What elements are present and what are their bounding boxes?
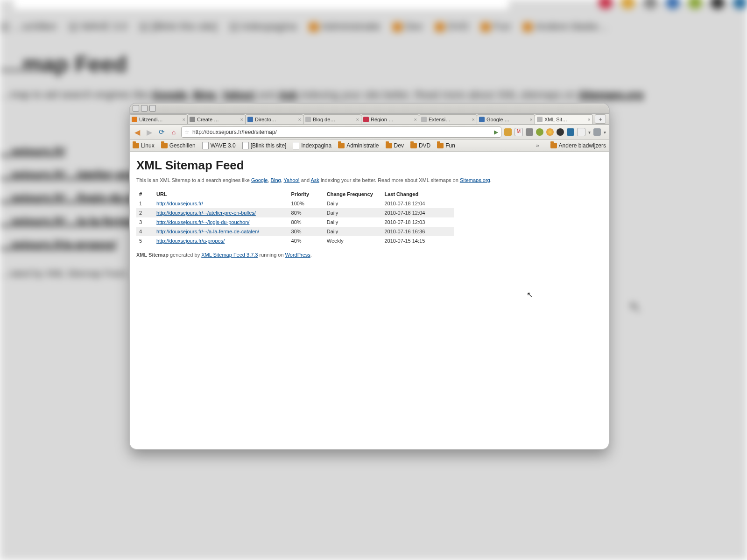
toolbar-icon[interactable]	[593, 128, 601, 136]
intro-link[interactable]: Bing	[271, 177, 281, 183]
toolbar-icon[interactable]	[526, 128, 533, 136]
tab-close-icon[interactable]: ×	[298, 117, 301, 122]
table-row: 4http://douxsejours.fr/···/a-la-ferme-de…	[136, 227, 454, 236]
cell-lastchanged: 2010-07-18 12:04	[381, 208, 454, 217]
tab-close-icon[interactable]: ×	[472, 117, 475, 122]
tab-close-icon[interactable]: ×	[588, 117, 591, 122]
bookmarks-overflow-icon[interactable]: »	[536, 142, 539, 149]
bookmark-star-icon[interactable]: ☆	[184, 129, 190, 135]
toolbar-icon[interactable]	[504, 128, 512, 136]
browser-tab[interactable]: Google …×	[477, 114, 535, 124]
folder-icon	[410, 143, 417, 148]
intro-link[interactable]: Ask	[310, 177, 319, 183]
tab-close-icon[interactable]: ×	[356, 117, 359, 122]
toolbar-dropdown-icon[interactable]: ▾	[588, 130, 591, 135]
browser-tab[interactable]: XML Sit…×	[535, 114, 593, 124]
reload-button[interactable]: ⟳	[157, 127, 166, 137]
bookmark-item[interactable]: Andere bladwijzers	[550, 142, 606, 149]
sitemap-url-link[interactable]: http://douxsejours.fr/a-propos/	[156, 238, 225, 244]
tab-close-icon[interactable]: ×	[240, 117, 243, 122]
new-tab-button[interactable]: +	[595, 114, 606, 124]
column-header: #	[136, 189, 154, 199]
bookmark-item[interactable]: [Blink this site]	[242, 142, 287, 149]
bg-result-link: …sejours.fr/a-propos/	[0, 238, 116, 251]
cell-index: 4	[136, 227, 154, 236]
table-row: 2http://douxsejours.fr/···/atelier-pre-e…	[136, 208, 454, 217]
page-title: XML Sitemap Feed	[136, 158, 602, 173]
sitemap-url-link[interactable]: http://douxsejours.fr/···/a-la-ferme-de-…	[156, 229, 259, 234]
bookmark-label: WAVE 3.0	[211, 142, 236, 149]
cell-lastchanged: 2010-07-18 12:03	[381, 217, 454, 227]
page-icon	[242, 142, 249, 149]
intro-link[interactable]: Sitemaps.org	[460, 177, 490, 183]
toolbar-icon[interactable]	[546, 128, 554, 136]
browser-tab[interactable]: Extensi…×	[419, 114, 477, 124]
bookmark-label: Andere bladwijzers	[559, 142, 606, 149]
folder-icon	[386, 143, 392, 148]
bookmark-item[interactable]: WAVE 3.0	[202, 142, 236, 149]
bookmark-label: Fun	[445, 142, 455, 149]
bookmark-item[interactable]: Linux	[133, 142, 155, 149]
home-button[interactable]: ⌂	[169, 127, 178, 137]
window-titlebar[interactable]	[130, 104, 609, 114]
column-header: Last Changed	[381, 189, 454, 199]
folder-icon	[161, 143, 168, 148]
bookmark-label: Linux	[141, 142, 155, 149]
bookmark-item[interactable]: Geschillen	[161, 142, 196, 149]
bookmark-item[interactable]: Dev	[386, 142, 404, 149]
sitemap-url-link[interactable]: http://douxsejours.fr/	[156, 201, 203, 206]
cell-priority: 40%	[289, 236, 324, 245]
sitemap-url-link[interactable]: http://douxsejours.fr/···/atelier-pre-en…	[156, 210, 256, 216]
go-button-icon[interactable]: ▶	[494, 129, 498, 135]
tab-label: Extensi…	[429, 117, 451, 122]
window-button[interactable]	[133, 105, 139, 112]
sitemap-url-link[interactable]: http://douxsejours.fr/···/logis-du-pouch…	[156, 219, 249, 225]
toolbar-icon[interactable]: M	[514, 128, 523, 136]
page-icon	[293, 142, 299, 149]
bg-bookmarks-bar: …schillenWAVE 3.0[Blink this site]indexp…	[0, 19, 747, 35]
tab-close-icon[interactable]: ×	[414, 117, 417, 122]
bg-heading: …map Feed	[0, 51, 127, 77]
bookmark-item[interactable]: indexpagina	[293, 142, 331, 149]
bookmark-label: indexpagina	[301, 142, 331, 149]
toolbar-dropdown-icon[interactable]: ▾	[604, 130, 606, 135]
address-bar[interactable]: ☆ http://douxsejours.fr/feed/sitemap/ ▶	[181, 126, 501, 138]
cell-lastchanged: 2010-07-16 16:36	[381, 227, 454, 236]
intro-link[interactable]: Google	[251, 177, 268, 183]
bookmark-item[interactable]: Fun	[437, 142, 455, 149]
cell-url: http://douxsejours.fr/···/a-la-ferme-de-…	[154, 227, 288, 236]
toolbar-icon[interactable]	[536, 128, 543, 136]
page-content: XML Sitemap Feed This is an XML Sitemap …	[130, 152, 609, 262]
browser-tab[interactable]: Région …×	[361, 114, 419, 124]
tab-favicon	[190, 117, 195, 122]
bg-result-link: …sejours.fr/	[0, 145, 65, 158]
bookmark-item[interactable]: Administratie	[338, 142, 379, 149]
cell-priority: 80%	[289, 208, 324, 217]
tab-label: Google …	[486, 117, 510, 122]
bookmark-item[interactable]: DVD	[410, 142, 430, 149]
window-button[interactable]	[141, 105, 148, 112]
browser-tab[interactable]: Blog de…×	[303, 114, 361, 124]
generator-link[interactable]: WordPress	[285, 252, 310, 258]
window-button[interactable]	[149, 105, 156, 112]
back-button[interactable]: ◀	[133, 127, 142, 137]
browser-tab[interactable]: Directo…×	[245, 114, 303, 124]
toolbar-icon[interactable]	[567, 128, 574, 136]
cell-frequency: Daily	[324, 217, 382, 227]
generator-link[interactable]: XML Sitemap Feed 3.7.3	[201, 252, 258, 258]
tab-strip: Uitzendi…×Create …×Directo…×Blog de…×Rég…	[130, 114, 609, 125]
intro-link[interactable]: Yahoo!	[284, 177, 300, 183]
forward-button[interactable]: ▶	[145, 127, 154, 137]
cell-index: 2	[136, 208, 154, 217]
tab-close-icon[interactable]: ×	[530, 117, 533, 122]
toolbar-icon[interactable]	[577, 128, 585, 136]
navigation-toolbar: ◀ ▶ ⟳ ⌂ ☆ http://douxsejours.fr/feed/sit…	[130, 125, 609, 140]
intro-text: This is an XML Sitemap to aid search eng…	[136, 177, 602, 183]
tab-label: Uitzendi…	[139, 117, 163, 122]
cell-frequency: Weekly	[324, 236, 382, 245]
cell-index: 5	[136, 236, 154, 245]
tab-close-icon[interactable]: ×	[183, 117, 185, 122]
browser-tab[interactable]: Create …×	[187, 114, 246, 124]
toolbar-icon[interactable]	[557, 128, 564, 136]
browser-tab[interactable]: Uitzendi…×	[130, 114, 188, 124]
